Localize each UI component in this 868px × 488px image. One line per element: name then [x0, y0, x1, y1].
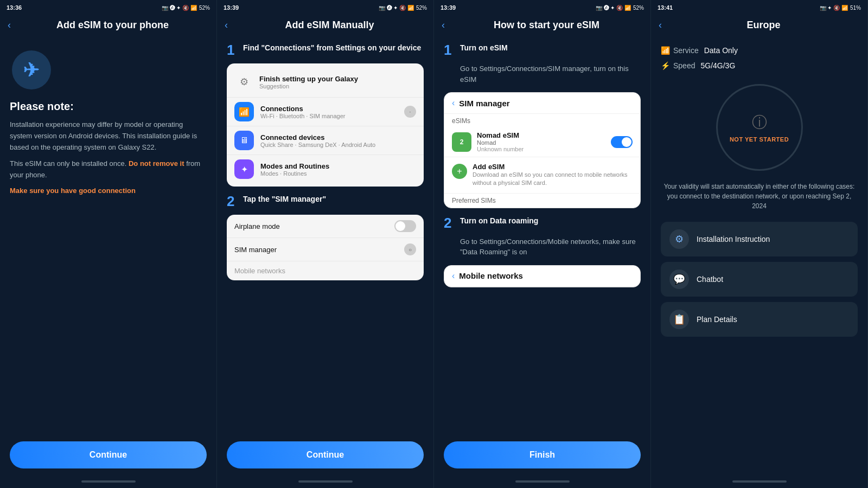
nomad-esim-name: Nomad eSIM: [477, 131, 605, 139]
step-2-how-number: 2: [444, 216, 455, 230]
sim-card-header: ‹ SIM manager: [444, 93, 640, 114]
step-2-container: 2 Tap the "SIM manager": [227, 194, 424, 208]
connections-card: Airplane mode SIM manager ○ Mobile netwo…: [227, 215, 424, 280]
panel-content-2: 1 Find "Connections" from Settings on yo…: [217, 35, 433, 436]
chatbot-btn-label: Chatbot: [697, 275, 723, 284]
step-1-how-text: Turn on eSIM: [460, 43, 508, 54]
airplane-toggle[interactable]: [394, 220, 416, 232]
sim-badge: ○: [404, 243, 416, 255]
plan-details-btn-label: Plan Details: [697, 315, 737, 324]
page-title-3: How to start your eSIM: [450, 20, 643, 31]
step-2-text: Tap the "SIM manager": [243, 194, 326, 205]
speed-row: ⚡ Speed 5G/4G/3G: [661, 58, 858, 73]
note-text-2: This eSIM can only be installed once. Do…: [10, 158, 207, 181]
nomad-number: Unknown number: [477, 146, 605, 152]
nomad-toggle[interactable]: [611, 136, 633, 148]
status-bar-3: 13:39 📷 🅐 ✦ 🔇 📶 52%: [434, 0, 650, 15]
nomad-esim-item[interactable]: 2 Nomad eSIM Nomad Unknown number: [444, 127, 640, 157]
preferred-sims-label: Preferred SIMs: [444, 193, 640, 208]
mobile-net-label: Mobile networks: [234, 267, 285, 275]
finish-button[interactable]: Finish: [444, 441, 641, 468]
time-2: 13:39: [224, 4, 239, 11]
plane-icon: ✈ ✈: [10, 48, 53, 92]
step-1-number: 1: [227, 43, 238, 57]
note-text-2a: This eSIM can only be installed once.: [10, 159, 126, 168]
panel-europe: 13:41 📷 ✦ 🔇 📶 51% ‹ Europe 📶 Service Dat…: [651, 0, 868, 488]
status-bar-1: 13:36 📷 🅐 ✦ 🔇 📶 52%: [0, 0, 216, 15]
connected-title: Connected devices: [260, 133, 416, 142]
add-esim-info: Add eSIM Download an eSIM so you can con…: [473, 163, 633, 188]
sim-manager-item[interactable]: SIM manager ○: [227, 238, 424, 261]
signal-icon-2: 📷 🅐 ✦ 🔇 📶: [379, 5, 414, 11]
back-button-2[interactable]: ‹: [225, 20, 228, 31]
sim-back-icon: ‹: [452, 98, 455, 108]
settings-card-1: ⚙ Finish setting up your Galaxy Suggesti…: [227, 63, 424, 187]
connected-devices-item[interactable]: 🖥 Connected devices Quick Share · Samsun…: [227, 126, 424, 155]
modes-title: Modes and Routines: [260, 162, 416, 170]
step-1-how: 1 Turn on eSIM: [444, 43, 641, 57]
bottom-indicator-1: [0, 477, 216, 488]
modes-info: Modes and Routines Modes · Routines: [260, 162, 416, 177]
connections-badge: ·: [404, 106, 416, 118]
devices-icon: 🖥: [234, 131, 254, 150]
installation-btn-label: Installation Instruction: [697, 235, 770, 243]
service-label: 📶 Service: [661, 46, 699, 55]
galaxy-icon: ⚙: [234, 72, 254, 92]
page-title-1: Add eSIM to your phone: [16, 20, 209, 31]
galaxy-suggestion-item[interactable]: ⚙ Finish setting up your Galaxy Suggesti…: [227, 67, 424, 98]
continue-button-2[interactable]: Continue: [227, 441, 424, 468]
lightning-icon: ⚡: [661, 61, 670, 70]
time-1: 13:36: [7, 4, 22, 11]
nomad-info: Nomad eSIM Nomad Unknown number: [477, 131, 605, 152]
signal-icon-1: 📷 🅐 ✦ 🔇 📶: [162, 5, 197, 11]
connections-item[interactable]: 📶 Connections Wi-Fi · Bluetooth · SIM ma…: [227, 98, 424, 126]
sim-manager-card: ‹ SIM manager eSIMs 2 Nomad eSIM Nomad U…: [444, 92, 641, 208]
mobile-back-icon: ‹: [452, 271, 455, 281]
step-2-how-text: Turn on Data roaming: [460, 216, 538, 227]
sim-card-title: SIM manager: [459, 99, 509, 108]
battery-4: 📷 ✦ 🔇 📶 51%: [820, 5, 861, 11]
connections-title: Connections: [260, 105, 398, 113]
please-note-heading: Please note:: [10, 100, 207, 113]
time-3: 13:39: [441, 4, 456, 11]
add-esim-title: Add eSIM: [473, 163, 633, 171]
bottom-line-3: [515, 480, 570, 483]
add-esim-icon: +: [452, 164, 467, 179]
esim-status-circle: ⓘ NOT YET STARTED: [716, 84, 803, 171]
airplane-mode-item[interactable]: Airplane mode: [227, 215, 424, 238]
step-1-container: 1 Find "Connections" from Settings on yo…: [227, 43, 424, 57]
bottom-line-1: [81, 480, 136, 483]
wifi-icon: 📶: [234, 102, 254, 121]
add-esim-desc: Download an eSIM so you can connect to m…: [473, 171, 633, 188]
mobile-card-header: ‹ Mobile networks: [444, 266, 640, 287]
step-1-how-desc: Go to Settings/Connections/SIM manager, …: [444, 63, 641, 85]
continue-button-1[interactable]: Continue: [10, 441, 207, 468]
connected-info: Connected devices Quick Share · Samsung …: [260, 133, 416, 148]
add-esim-item[interactable]: + Add eSIM Download an eSIM so you can c…: [444, 157, 640, 193]
mobile-card-title: Mobile networks: [459, 271, 523, 280]
svg-text:✈: ✈: [23, 59, 40, 81]
panel-content-1: ✈ ✈ Please note: Installation experience…: [0, 35, 216, 436]
plan-details-button[interactable]: 📋 Plan Details: [661, 302, 858, 337]
battery-1: 📷 🅐 ✦ 🔇 📶 52%: [162, 5, 210, 11]
bottom-indicator-3: [434, 477, 650, 488]
signal-icon-3: 📷 🅐 ✦ 🔇 📶: [596, 5, 631, 11]
back-button-1[interactable]: ‹: [8, 20, 11, 31]
galaxy-title: Finish setting up your Galaxy: [259, 75, 358, 83]
nav-bar-1: ‹ Add eSIM to your phone: [0, 15, 216, 35]
bottom-line-4: [732, 480, 787, 483]
step-2-how: 2 Turn on Data roaming: [444, 216, 641, 230]
battery-3: 📷 🅐 ✦ 🔇 📶 52%: [596, 5, 644, 11]
modes-item[interactable]: ✦ Modes and Routines Modes · Routines: [227, 155, 424, 183]
not-started-icon: ⓘ: [752, 112, 767, 133]
back-button-3[interactable]: ‹: [442, 20, 445, 31]
mobile-net-item[interactable]: Mobile networks: [227, 261, 424, 280]
installation-instruction-button[interactable]: ⚙ Installation Instruction: [661, 222, 858, 256]
panel-add-esim: 13:36 📷 🅐 ✦ 🔇 📶 52% ‹ Add eSIM to your p…: [0, 0, 217, 488]
connections-info: Connections Wi-Fi · Bluetooth · SIM mana…: [260, 105, 398, 119]
speed-value: 5G/4G/3G: [700, 61, 735, 70]
chatbot-button[interactable]: 💬 Chatbot: [661, 262, 858, 297]
back-button-4[interactable]: ‹: [659, 20, 662, 31]
plan-details-icon: 📋: [669, 310, 689, 329]
panel-how-to-start: 13:39 📷 🅐 ✦ 🔇 📶 52% ‹ How to start your …: [434, 0, 651, 488]
